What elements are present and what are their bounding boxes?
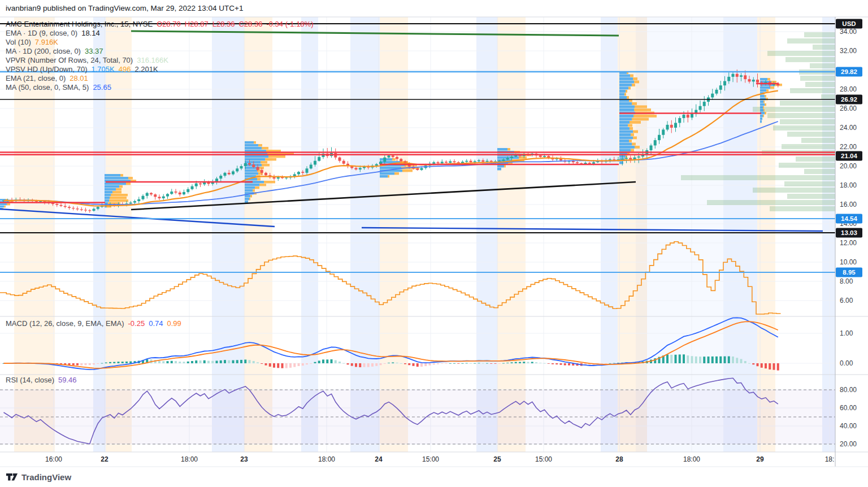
symbol-title-row-value-2: L28.36 [212, 20, 235, 28]
svg-text:32.00: 32.00 [840, 47, 857, 55]
svg-text:12.00: 12.00 [840, 239, 857, 247]
time-tick-label: 15:00 [535, 455, 552, 463]
time-tick-label: 22 [101, 455, 108, 463]
time-axis[interactable]: 16:002218:002318:002415:002515:002818:00… [45, 455, 834, 463]
svg-text:8.00: 8.00 [840, 277, 853, 285]
svg-text:26.92: 26.92 [841, 96, 857, 103]
legend-row-3[interactable]: VPVR (Number Of Rows, 24, Total, 70)316.… [6, 56, 313, 65]
legend-row-3-value-0: 316.166K [137, 56, 168, 64]
svg-text:28.00: 28.00 [840, 85, 857, 93]
price-axis[interactable]: 34.0032.0028.0026.0024.0022.0020.0018.00… [840, 28, 857, 448]
time-tick-label: 29 [756, 455, 764, 463]
legend-row-5-value-0: 28.01 [70, 74, 88, 82]
legend-row-6-label: MA (50, close, 0, SMA, 5) [6, 83, 89, 92]
time-tick-label: 25 [493, 455, 501, 463]
tradingview-published-chart: 34.0032.0028.0026.0024.0022.0020.0018.00… [0, 0, 868, 487]
rsi-legend-row-value-0: 59.46 [58, 376, 77, 384]
macd-legend-row-label: MACD (12, 26, close, 9, EMA, EMA) [6, 319, 124, 328]
symbol-title-row-value-1: H28.87 [185, 20, 209, 28]
svg-text:16.00: 16.00 [840, 201, 857, 208]
time-tick-label: 18: [825, 455, 835, 463]
svg-text:0.00: 0.00 [840, 359, 853, 367]
time-tick-label: 18:00 [181, 455, 198, 463]
legend-row-2-label: MA · 1D (200, close, 0) [6, 47, 81, 55]
svg-text:10.00: 10.00 [840, 258, 857, 266]
legend-row-4[interactable]: VPSV HD (Up/Down, 70)1.705K4962.201K [6, 65, 313, 74]
svg-text:80.00: 80.00 [840, 386, 857, 394]
svg-text:22.00: 22.00 [840, 143, 857, 151]
legend-row-0-value-0: 18.14 [81, 29, 100, 37]
svg-text:24.00: 24.00 [840, 124, 857, 132]
svg-text:20.00: 20.00 [840, 162, 857, 170]
svg-text:20.00: 20.00 [840, 440, 857, 448]
macd-legend-row-value-2: 0.99 [167, 319, 181, 328]
symbol-title-row[interactable]: AMC Entertainment Holdings, Inc., 15, NY… [6, 20, 313, 29]
legend-row-4-value-0: 1.705K [92, 65, 115, 73]
svg-text:13.03: 13.03 [841, 229, 857, 236]
time-tick-label: 24 [375, 455, 383, 463]
symbol-title-row-label: AMC Entertainment Holdings, Inc., 15, NY… [6, 20, 153, 28]
macd-legend-row-value-1: 0.74 [149, 319, 163, 328]
legend-row-4-label: VPSV HD (Up/Down, 70) [6, 65, 88, 73]
legend-row-6[interactable]: MA (50, close, 0, SMA, 5)25.65 [6, 83, 313, 92]
svg-text:21.04: 21.04 [841, 153, 857, 159]
svg-text:34.00: 34.00 [840, 28, 857, 36]
symbol-title-row-value-3: C28.36 [238, 20, 262, 28]
published-header: ivanbrian9 published on TradingView.com,… [6, 4, 243, 12]
legend-row-3-label: VPVR (Number Of Rows, 24, Total, 70) [6, 56, 133, 64]
time-tick-label: 16:00 [45, 455, 62, 463]
macd-legend[interactable]: MACD (12, 26, close, 9, EMA, EMA)-0.250.… [6, 319, 181, 328]
indicator-legend: AMC Entertainment Holdings, Inc., 15, NY… [6, 20, 313, 92]
legend-row-0[interactable]: EMA · 1D (9, close, 0)18.14 [6, 29, 313, 38]
tradingview-logo-icon [6, 472, 18, 482]
legend-row-4-value-2: 2.201K [134, 65, 158, 73]
legend-row-6-value-0: 25.65 [93, 83, 111, 92]
svg-text:1.00: 1.00 [840, 329, 853, 337]
legend-row-4-value-1: 496 [119, 65, 131, 73]
legend-row-2[interactable]: MA · 1D (200, close, 0)33.37 [6, 47, 313, 56]
symbol-title-row-value-4: -0.34 (-1.18%) [266, 20, 313, 28]
svg-text:60.00: 60.00 [840, 404, 857, 412]
rsi-legend-row-label: RSI (14, close) [6, 376, 54, 384]
legend-row-2-value-0: 33.37 [85, 47, 103, 55]
svg-text:14.54: 14.54 [841, 215, 857, 222]
legend-row-1-label: Vol (10) [6, 38, 31, 46]
svg-text:6.00: 6.00 [840, 297, 853, 305]
svg-text:26.00: 26.00 [840, 105, 857, 112]
svg-text:18.00: 18.00 [840, 181, 857, 189]
svg-text:40.00: 40.00 [840, 422, 857, 430]
svg-text:29.82: 29.82 [841, 68, 857, 75]
time-tick-label: 15:00 [422, 455, 439, 463]
legend-row-0-label: EMA · 1D (9, close, 0) [6, 29, 77, 37]
time-tick-label: 23 [240, 455, 248, 463]
svg-text:8.95: 8.95 [843, 269, 856, 276]
tradingview-logo-text: TradingView [21, 472, 71, 482]
symbol-title-row-value-0: O28.70 [157, 20, 181, 28]
rsi-legend[interactable]: RSI (14, close)59.46 [6, 376, 77, 385]
svg-text:USD: USD [842, 20, 856, 27]
macd-legend-row-value-0: -0.25 [128, 319, 145, 328]
legend-row-1[interactable]: Vol (10)7.916K [6, 38, 313, 47]
time-tick-label: 18:00 [318, 455, 335, 463]
legend-row-1-value-0: 7.916K [35, 38, 58, 46]
tradingview-logo[interactable]: TradingView [6, 472, 71, 482]
legend-row-5[interactable]: EMA (21, close, 0)28.01 [6, 74, 313, 83]
time-tick-label: 18:00 [683, 455, 700, 463]
legend-row-5-label: EMA (21, close, 0) [6, 74, 66, 82]
time-tick-label: 28 [615, 455, 623, 463]
